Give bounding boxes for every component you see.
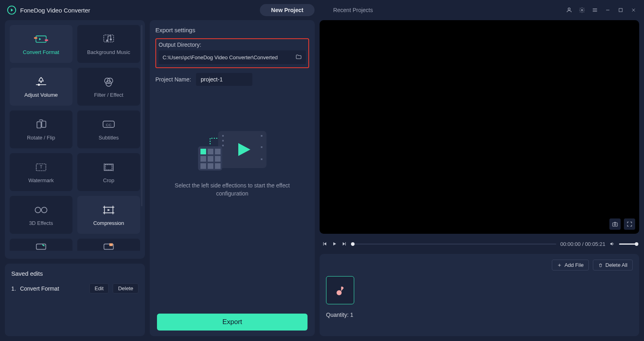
account-icon[interactable] bbox=[566, 7, 572, 13]
volume-icon[interactable] bbox=[609, 241, 615, 247]
effect-tile--d-effects[interactable]: 3D Effects bbox=[10, 196, 72, 234]
saved-edits-title: Saved edits bbox=[11, 270, 138, 277]
svg-rect-62 bbox=[345, 242, 346, 245]
svg-rect-43 bbox=[261, 146, 262, 148]
fullscreen-button[interactable] bbox=[624, 218, 635, 230]
saved-edits-panel: Saved edits 1. Convert Format Edit Delet… bbox=[5, 264, 145, 336]
effect-tile-background-music[interactable]: Background Music bbox=[77, 25, 140, 63]
saved-edit-number: 1. bbox=[11, 285, 16, 292]
project-name-label: Project Name: bbox=[155, 76, 191, 83]
music-note-icon bbox=[334, 284, 346, 296]
player-controls: 00:00:00 / 00:05:21 bbox=[320, 238, 639, 250]
progress-bar[interactable] bbox=[351, 243, 556, 245]
tab-new-project[interactable]: New Project bbox=[260, 4, 315, 16]
file-list-panel: Add File Delete All Quantity: 1 bbox=[320, 254, 639, 336]
effect-tile-watermark[interactable]: TWatermark bbox=[10, 153, 72, 191]
svg-rect-53 bbox=[200, 163, 206, 169]
next-track-icon[interactable] bbox=[341, 241, 347, 247]
svg-marker-60 bbox=[333, 242, 336, 245]
file-thumbnail[interactable] bbox=[326, 276, 354, 304]
export-button[interactable]: Export bbox=[157, 314, 308, 331]
effect-label: Watermark bbox=[28, 177, 54, 183]
main-tabs: New Project Recent Projects bbox=[260, 4, 384, 16]
menu-icon[interactable] bbox=[592, 7, 598, 13]
effect-tile-overflow[interactable] bbox=[10, 239, 72, 251]
effect-icon bbox=[33, 76, 49, 88]
effect-label: Rotate / Flip bbox=[27, 135, 55, 141]
project-name-input[interactable]: project-1 bbox=[196, 73, 252, 86]
delete-all-button[interactable]: Delete All bbox=[593, 260, 633, 270]
svg-rect-51 bbox=[208, 156, 213, 162]
svg-point-16 bbox=[110, 38, 112, 40]
effect-icon bbox=[101, 76, 116, 88]
effects-scrollbar[interactable] bbox=[141, 25, 142, 206]
effect-icon bbox=[33, 33, 49, 45]
effect-icon: T bbox=[33, 161, 49, 173]
effect-icon bbox=[101, 161, 116, 173]
video-preview bbox=[320, 20, 639, 234]
svg-point-19 bbox=[38, 83, 40, 85]
effect-tile-overflow[interactable] bbox=[77, 239, 140, 251]
effect-icon bbox=[101, 241, 116, 251]
saved-edit-delete-button[interactable]: Delete bbox=[113, 283, 138, 293]
output-directory-value: C:\Users\pc\FoneDog Video Converter\Conv… bbox=[163, 54, 292, 60]
svg-rect-59 bbox=[323, 242, 324, 245]
svg-rect-47 bbox=[200, 149, 206, 154]
svg-marker-58 bbox=[324, 242, 326, 245]
svg-rect-39 bbox=[222, 135, 224, 137]
svg-rect-55 bbox=[215, 163, 221, 169]
svg-rect-52 bbox=[215, 156, 221, 162]
saved-edit-name: Convert Format bbox=[20, 285, 85, 292]
svg-rect-54 bbox=[208, 163, 213, 169]
svg-marker-1 bbox=[11, 8, 13, 11]
settings-icon[interactable] bbox=[579, 7, 585, 13]
placeholder-illustration-icon bbox=[194, 126, 270, 175]
svg-rect-42 bbox=[261, 135, 262, 137]
effect-label: Background Music bbox=[87, 49, 130, 55]
snapshot-button[interactable] bbox=[609, 218, 621, 230]
svg-point-57 bbox=[614, 224, 616, 225]
effect-label: Compression bbox=[93, 220, 124, 226]
effect-label: Convert Format bbox=[23, 49, 59, 55]
effect-tile-convert-format[interactable]: Convert Format bbox=[10, 25, 72, 63]
saved-edit-edit-button[interactable]: Edit bbox=[89, 283, 109, 293]
effect-placeholder: Select the left side effections to start… bbox=[155, 126, 309, 198]
effect-tile-crop[interactable]: Crop bbox=[77, 153, 140, 191]
svg-point-31 bbox=[41, 207, 47, 213]
svg-rect-41 bbox=[222, 145, 224, 146]
effect-tile-subtitles[interactable]: CCSubtitles bbox=[77, 110, 140, 148]
close-icon[interactable] bbox=[630, 7, 637, 13]
output-directory-label: Output Directory: bbox=[156, 42, 308, 50]
svg-rect-8 bbox=[619, 8, 622, 12]
effect-tile-adjust-volume[interactable]: Adjust Volume bbox=[10, 68, 72, 106]
quantity-display: Quantity: 1 bbox=[326, 312, 633, 318]
window-controls bbox=[566, 7, 637, 13]
svg-text:CC: CC bbox=[106, 122, 111, 127]
svg-rect-12 bbox=[34, 37, 37, 39]
effect-tile-rotate-flip[interactable]: Rotate / Flip bbox=[10, 110, 72, 148]
effect-label: Filter / Effect bbox=[94, 92, 124, 98]
effect-icon bbox=[33, 119, 49, 131]
folder-browse-icon[interactable] bbox=[295, 54, 302, 61]
effect-tile-filter-effect[interactable]: Filter / Effect bbox=[77, 68, 140, 106]
tab-recent-projects[interactable]: Recent Projects bbox=[322, 4, 384, 16]
saved-edit-row: 1. Convert Format Edit Delete bbox=[11, 283, 138, 293]
add-file-button[interactable]: Add File bbox=[552, 260, 589, 270]
app-logo-icon bbox=[7, 6, 16, 15]
svg-text:T: T bbox=[40, 165, 42, 169]
effects-panel: Convert FormatBackground MusicAdjust Vol… bbox=[5, 20, 145, 259]
maximize-icon[interactable] bbox=[617, 7, 624, 13]
svg-point-66 bbox=[336, 290, 342, 295]
output-directory-input[interactable]: C:\Users\pc\FoneDog Video Converter\Conv… bbox=[159, 50, 306, 64]
svg-rect-35 bbox=[36, 244, 45, 249]
output-directory-highlight: Output Directory: C:\Users\pc\FoneDog Vi… bbox=[155, 38, 309, 68]
svg-rect-49 bbox=[215, 149, 221, 154]
effect-tile-compression[interactable]: Compression bbox=[77, 196, 140, 234]
effect-label: 3D Effects bbox=[29, 220, 53, 226]
volume-slider[interactable] bbox=[619, 243, 637, 245]
app-title: FoneDog Video Converter bbox=[20, 7, 90, 14]
play-icon[interactable] bbox=[332, 241, 337, 247]
minimize-icon[interactable] bbox=[605, 7, 611, 13]
prev-track-icon[interactable] bbox=[322, 241, 328, 247]
effect-hint-text: Select the left side effections to start… bbox=[172, 182, 293, 198]
